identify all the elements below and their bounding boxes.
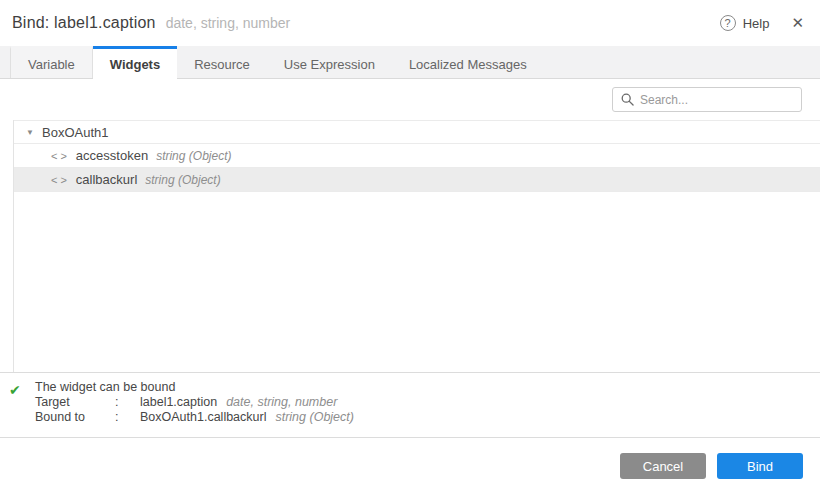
tab-resource[interactable]: Resource	[177, 46, 267, 79]
tree-node-callbackurl[interactable]: <> callbackurl string (Object)	[14, 168, 820, 192]
header-actions: ? Help ✕	[720, 14, 804, 32]
status-target-hint: date, string, number	[226, 395, 337, 410]
bind-status: ✔ The widget can be bound Target : label…	[0, 372, 820, 437]
search-input[interactable]	[640, 93, 793, 107]
status-lines: The widget can be bound Target : label1.…	[35, 380, 820, 425]
tree-node-type: string (Object)	[156, 149, 231, 163]
search-icon	[621, 93, 634, 106]
status-target-label: Target	[35, 395, 115, 410]
status-boundto-hint: string (Object)	[275, 410, 354, 425]
search-toolbar	[0, 79, 820, 120]
bind-button[interactable]: Bind	[717, 453, 803, 479]
action-button-bar: Cancel Bind	[0, 437, 820, 492]
tree-node-label[interactable]: accesstoken	[76, 148, 148, 163]
status-target-value: label1.caption	[140, 395, 217, 410]
code-icon: <>	[51, 174, 70, 186]
close-icon[interactable]: ✕	[791, 14, 804, 32]
status-target-row: Target : label1.caption date, string, nu…	[35, 395, 820, 410]
tree-node-root[interactable]: ▼ BoxOAuth1	[14, 120, 820, 144]
search-box[interactable]	[612, 87, 802, 112]
code-icon: <>	[51, 150, 70, 162]
help-icon[interactable]: ?	[720, 15, 736, 31]
status-boundto-value: BoxOAuth1.callbackurl	[140, 410, 266, 425]
dialog-header: Bind: label1.caption date, string, numbe…	[0, 0, 820, 46]
status-colon: :	[115, 395, 140, 410]
tree-node-label[interactable]: BoxOAuth1	[42, 125, 109, 140]
dialog-title-hint: date, string, number	[166, 15, 291, 31]
caret-down-icon[interactable]: ▼	[26, 128, 36, 137]
check-icon: ✔	[9, 382, 21, 398]
tab-use-expression[interactable]: Use Expression	[267, 46, 392, 79]
widget-tree: ▼ BoxOAuth1 <> accesstoken string (Objec…	[13, 120, 820, 372]
status-colon: :	[115, 410, 140, 425]
help-label[interactable]: Help	[743, 16, 770, 31]
tab-bar: Variable Widgets Resource Use Expression…	[0, 46, 820, 79]
bind-dialog: Bind: label1.caption date, string, numbe…	[0, 0, 820, 492]
tab-widgets[interactable]: Widgets	[93, 46, 177, 79]
help-button[interactable]: ? Help	[720, 15, 770, 31]
tree-node-type: string (Object)	[145, 173, 220, 187]
tree-node-accesstoken[interactable]: <> accesstoken string (Object)	[14, 144, 820, 168]
status-message: The widget can be bound	[35, 380, 820, 395]
tab-localized-messages[interactable]: Localized Messages	[392, 46, 544, 79]
dialog-title: Bind: label1.caption	[12, 14, 156, 32]
cancel-button[interactable]: Cancel	[620, 453, 706, 479]
status-boundto-label: Bound to	[35, 410, 115, 425]
tree-node-label[interactable]: callbackurl	[76, 172, 137, 187]
status-boundto-row: Bound to : BoxOAuth1.callbackurl string …	[35, 410, 820, 425]
tab-variable[interactable]: Variable	[10, 46, 93, 79]
